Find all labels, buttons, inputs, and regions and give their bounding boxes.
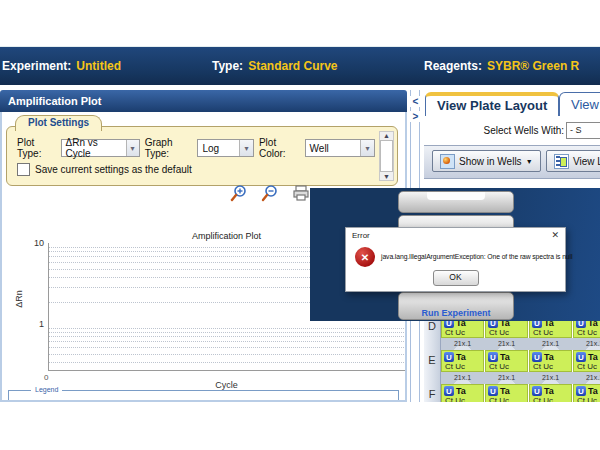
save-default-checkbox[interactable] [17,163,30,176]
well-target-label: Ta [544,352,554,362]
plate-well[interactable]: UTaCt Uc [485,350,528,372]
scroll-up-icon[interactable]: ▲ [383,132,390,139]
run-screen-button-top[interactable] [398,191,514,213]
well-header: UTa [486,351,527,362]
well-header: UTa [574,385,600,396]
x-axis-label: Cycle [48,380,405,390]
collapse-right-icon[interactable]: > [410,111,421,122]
well-target-label: Ta [544,386,554,396]
experiment-header-bar: Experiment:Untitled Type:Standard Curve … [0,46,600,85]
show-in-wells-button[interactable]: Show in Wells ▼ [432,150,541,172]
tab-view-well-table[interactable]: View [559,92,600,116]
close-icon[interactable]: ✕ [551,230,559,240]
save-default-label: Save current settings as the default [35,164,192,175]
well-target-label: Ta [588,386,598,396]
scroll-down-icon[interactable]: ▼ [383,173,390,180]
plate-well[interactable]: UTaCt Uc [441,350,484,372]
well-header: UTa [574,351,600,362]
plate-well[interactable]: UTaCt Uc [485,384,528,402]
gridline [49,347,406,348]
type-value: Standard Curve [248,59,337,73]
well-target-label: Ta [456,386,466,396]
plate-well[interactable]: UTaCt Uc [573,384,600,402]
plot-color-value: Well [310,143,329,154]
plate-well[interactable]: UTaCt Uc [529,384,572,402]
chevron-down-icon: ▾ [239,140,253,156]
plot-color-label: Plot Color: [259,137,300,159]
gridline [49,328,406,329]
well-detail-label: Ct Uc [486,362,527,371]
graph-type-label: Graph Type: [145,137,193,159]
well-header: UTa [530,351,571,362]
well-dilution-label: 21x.1 [441,372,484,384]
view-legend-button[interactable]: View L [546,150,600,172]
unknown-sample-badge: U [488,386,498,396]
well-detail-label: Ct Uc [574,362,600,371]
select-wells-label: Select Wells With: [424,125,564,136]
well-detail-label: Ct Uc [530,328,571,337]
plate-toolbar: Show in Wells ▼ View L [424,145,600,179]
gridline [49,362,406,363]
unknown-sample-badge: U [576,352,586,362]
experiment-label: Experiment: [2,59,71,73]
well-header: UTa [486,385,527,396]
run-experiment-label: Run Experiment [399,308,513,318]
plate-row: UTaCt UcUTaCt UcUTaCt UcUTaCt Uc [441,384,600,402]
chevron-down-icon: ▾ [360,140,374,156]
select-wells-dropdown[interactable]: - S [566,122,600,139]
chevron-down-icon: ▾ [126,140,139,156]
plate-row-separator: 21x.121x.121x.121x.1 [441,372,600,384]
well-header: UTa [442,385,483,396]
ok-button[interactable]: OK [433,270,479,286]
well-dilution-label: 21x.1 [529,338,572,350]
graph-type-select[interactable]: Log ▾ [197,139,253,157]
well-detail-label: Ct Uc [530,362,571,371]
well-detail-label: Ct Uc [574,328,600,337]
settings-scrollbar[interactable]: ▲ ▼ [379,131,394,181]
well-detail-label: Ct Uc [442,362,483,371]
plot-color-select[interactable]: Well ▾ [305,139,375,157]
run-experiment-button[interactable]: Run Experiment [398,292,514,320]
print-icon[interactable] [292,184,310,202]
plot-type-select[interactable]: ΔRn vs Cycle ▾ [61,139,140,157]
experiment-value: Untitled [76,59,121,73]
error-dialog: Error ✕ ✕ java.lang.IllegalArgumentExcep… [345,227,566,292]
error-message: java.lang.IllegalArgumentException: One … [381,253,563,260]
plate-row-label: D [424,316,440,350]
well-dilution-label: 21x.1 [485,338,528,350]
panel-title: Amplification Plot [0,90,407,112]
well-header: UTa [530,385,571,396]
zoom-out-icon[interactable] [261,184,279,202]
scrollbar-thumb[interactable] [380,140,393,172]
view-legend-label: View L [573,156,600,167]
well-target-label: Ta [588,352,598,362]
show-in-wells-label: Show in Wells [459,156,522,167]
plot-settings-tab[interactable]: Plot Settings [15,115,102,131]
well-target-label: Ta [500,386,510,396]
unknown-sample-badge: U [488,352,498,362]
well-target-label: Ta [456,352,466,362]
plate-well[interactable]: UTaCt Uc [573,350,600,372]
well-detail-label: Ct Uc [486,396,527,402]
plot-type-label: Plot Type: [17,137,56,159]
experiment-field: Experiment:Untitled [2,59,121,73]
well-detail-label: Ct Uc [442,396,483,402]
plot-settings-controls: Plot Type: ΔRn vs Cycle ▾ Graph Type: Lo… [17,137,375,159]
y-axis-tick: 10 [22,238,44,248]
gridline [49,336,406,337]
plate-row: UTaCt UcUTaCt UcUTaCt UcUTaCt Uc [441,350,600,372]
plate-row-label: E [424,350,440,384]
well-detail-label: Ct Uc [442,328,483,337]
plate-row-separator: 21x.121x.121x.121x.1 [441,338,600,350]
application-window: Experiment:Untitled Type:Standard Curve … [0,0,600,450]
plate-well[interactable]: UTaCt Uc [529,350,572,372]
unknown-sample-badge: U [444,352,454,362]
well-detail-label: Ct Uc [486,328,527,337]
unknown-sample-badge: U [444,386,454,396]
collapse-left-icon[interactable]: < [410,96,421,107]
save-default-row: Save current settings as the default [17,163,192,176]
zoom-in-icon[interactable] [230,184,248,202]
tab-view-plate-layout[interactable]: View Plate Layout [425,92,559,116]
legend-fieldset: Legend [8,390,399,402]
plate-well[interactable]: UTaCt Uc [441,384,484,402]
